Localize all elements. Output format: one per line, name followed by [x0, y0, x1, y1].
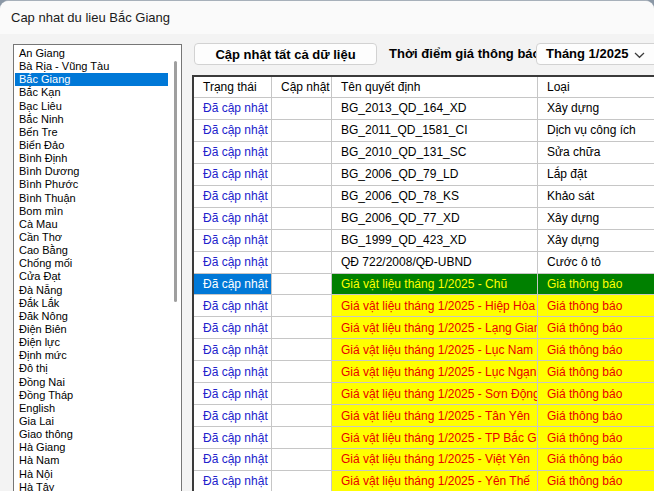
name-cell[interactable]: Giá vật liệu tháng 1/2025 - Tân Yên — [332, 405, 538, 427]
status-cell[interactable]: Đã cập nhật — [194, 383, 272, 405]
name-cell[interactable]: BG_2011_QD_1581_CI — [332, 120, 538, 142]
table-row[interactable]: Đã cập nhậtGiá vật liệu tháng 1/2025 - H… — [194, 295, 654, 317]
status-cell[interactable]: Đã cập nhật — [194, 98, 272, 120]
update-cell[interactable] — [272, 449, 332, 471]
sidebar-item[interactable]: Bạc Liêu — [15, 100, 168, 113]
name-cell[interactable]: QĐ 722/2008/QĐ-UBND — [332, 252, 538, 274]
status-cell[interactable]: Đã cập nhật — [194, 471, 272, 491]
sidebar-item[interactable]: English — [15, 402, 168, 415]
table-row[interactable]: Đã cập nhậtGiá vật liệu tháng 1/2025 - T… — [194, 427, 654, 449]
update-cell[interactable] — [272, 317, 332, 339]
sidebar-item[interactable]: Đồng Nai — [15, 376, 168, 389]
column-header[interactable]: Cập nhật — [272, 77, 332, 98]
type-cell[interactable]: Dịch vụ công ích — [538, 120, 654, 142]
type-cell[interactable]: Xây dựng — [538, 208, 654, 230]
update-cell[interactable] — [272, 405, 332, 427]
sidebar-item[interactable]: Bình Phước — [15, 178, 168, 191]
type-cell[interactable]: Giá thông báo — [538, 317, 654, 339]
table-row[interactable]: Đã cập nhậtGiá vật liệu tháng 1/2025 - S… — [194, 383, 654, 405]
type-cell[interactable]: Khảo sát — [538, 186, 654, 208]
column-header[interactable]: Loại — [538, 77, 654, 98]
price-time-combobox[interactable]: Tháng 1/2025 — [536, 43, 654, 65]
status-cell[interactable]: Đã cập nhật — [194, 449, 272, 471]
status-cell[interactable]: Đã cập nhật — [194, 208, 272, 230]
name-cell[interactable]: Giá vật liệu tháng 1/2025 - Hiệp Hòa — [332, 295, 538, 317]
type-cell[interactable]: Giá thông báo — [538, 295, 654, 317]
status-cell[interactable]: Đã cập nhật — [194, 317, 272, 339]
name-cell[interactable]: Giá vật liệu tháng 1/2025 - Việt Yên — [332, 449, 538, 471]
table-row[interactable]: Đã cập nhậtBG_2010_QD_131_SCSửa chữa — [194, 142, 654, 164]
table-row[interactable]: Đã cập nhậtBG_2011_QD_1581_CIDịch vụ côn… — [194, 120, 654, 142]
type-cell[interactable]: Giá thông báo — [538, 449, 654, 471]
table-row[interactable]: Đã cập nhậtBG_2006_QD_78_KSKhảo sát — [194, 186, 654, 208]
sidebar-item[interactable]: Bà Rịa - Vũng Tàu — [15, 60, 168, 73]
type-cell[interactable]: Lắp đặt — [538, 164, 654, 186]
table-row[interactable]: Đã cập nhậtGiá vật liệu tháng 1/2025 - Y… — [194, 471, 654, 491]
sidebar-item[interactable]: Hà Giang — [15, 441, 168, 454]
table-row[interactable]: Đã cập nhậtBG_2006_QD_79_LDLắp đặt — [194, 164, 654, 186]
sidebar-item[interactable]: Chống mối — [15, 257, 168, 270]
type-cell[interactable]: Giá thông báo — [538, 274, 654, 296]
name-cell[interactable]: BG_2013_QD_164_XD — [332, 98, 538, 120]
update-all-button[interactable]: Cập nhật tất cả dữ liệu — [194, 43, 377, 65]
status-cell[interactable]: Đã cập nhật — [194, 252, 272, 274]
status-cell[interactable]: Đã cập nhật — [194, 186, 272, 208]
update-cell[interactable] — [272, 361, 332, 383]
update-cell[interactable] — [272, 383, 332, 405]
update-cell[interactable] — [272, 339, 332, 361]
update-cell[interactable] — [272, 98, 332, 120]
sidebar-item[interactable]: Bến Tre — [15, 126, 168, 139]
update-cell[interactable] — [272, 230, 332, 252]
update-cell[interactable] — [272, 471, 332, 491]
column-header[interactable]: Trạng thái — [194, 77, 272, 98]
sidebar-item[interactable]: Định mức — [15, 349, 168, 362]
type-cell[interactable]: Giá thông báo — [538, 427, 654, 449]
table-row[interactable]: Đã cập nhậtQĐ 722/2008/QĐ-UBNDCước ô tô — [194, 252, 654, 274]
sidebar-item[interactable]: Bắc Kạn — [15, 86, 168, 99]
sidebar-item[interactable]: Đắk Lắk — [15, 297, 168, 310]
name-cell[interactable]: BG_2006_QD_79_LD — [332, 164, 538, 186]
sidebar-item[interactable]: Bắc Ninh — [15, 113, 168, 126]
sidebar-item[interactable]: Bắc Giang — [15, 73, 168, 86]
sidebar-item[interactable]: Đăk Nông — [15, 310, 168, 323]
update-cell[interactable] — [272, 427, 332, 449]
name-cell[interactable]: Giá vật liệu tháng 1/2025 - Yên Thế — [332, 471, 538, 491]
update-cell[interactable] — [272, 120, 332, 142]
status-cell[interactable]: Đã cập nhật — [194, 274, 272, 296]
type-cell[interactable]: Xây dựng — [538, 98, 654, 120]
table-row[interactable]: Đã cập nhậtGiá vật liệu tháng 1/2025 - V… — [194, 449, 654, 471]
listbox-scrollbar-thumb[interactable] — [174, 61, 177, 302]
status-cell[interactable]: Đã cập nhật — [194, 142, 272, 164]
update-cell[interactable] — [272, 252, 332, 274]
sidebar-item[interactable]: Điện Biên — [15, 323, 168, 336]
sidebar-item[interactable]: Biển Đảo — [15, 139, 168, 152]
name-cell[interactable]: Giá vật liệu tháng 1/2025 - Lục Ngạn — [332, 361, 538, 383]
status-cell[interactable]: Đã cập nhật — [194, 427, 272, 449]
table-row[interactable]: Đã cập nhậtBG_2006_QD_77_XDXây dựng — [194, 208, 654, 230]
update-cell[interactable] — [272, 164, 332, 186]
table-row[interactable]: Đã cập nhậtGiá vật liệu tháng 1/2025 - T… — [194, 405, 654, 427]
column-header[interactable]: Tên quyết định — [332, 77, 538, 98]
status-cell[interactable]: Đã cập nhật — [194, 405, 272, 427]
update-cell[interactable] — [272, 295, 332, 317]
name-cell[interactable]: Giá vật liệu tháng 1/2025 - TP Bắc Giang — [332, 427, 538, 449]
status-cell[interactable]: Đã cập nhật — [194, 164, 272, 186]
sidebar-item[interactable]: Giao thông — [15, 428, 168, 441]
sidebar-item[interactable]: Điện lực — [15, 336, 168, 349]
sidebar-item[interactable]: Hà Tây — [15, 481, 168, 491]
sidebar-item[interactable]: Cà Mau — [15, 218, 168, 231]
name-cell[interactable]: Giá vật liệu tháng 1/2025 - Lạng Giang — [332, 317, 538, 339]
status-cell[interactable]: Đã cập nhật — [194, 361, 272, 383]
update-cell[interactable] — [272, 208, 332, 230]
type-cell[interactable]: Giá thông báo — [538, 339, 654, 361]
sidebar-item[interactable]: Gia Lai — [15, 415, 168, 428]
table-row[interactable]: Đã cập nhậtGiá vật liệu tháng 1/2025 - L… — [194, 317, 654, 339]
type-cell[interactable]: Giá thông báo — [538, 383, 654, 405]
type-cell[interactable]: Xây dựng — [538, 230, 654, 252]
type-cell[interactable]: Giá thông báo — [538, 471, 654, 491]
table-row[interactable]: Đã cập nhậtBG_2013_QD_164_XDXây dựng — [194, 98, 654, 120]
table-row[interactable]: Đã cập nhậtGiá vật liệu tháng 1/2025 - L… — [194, 361, 654, 383]
name-cell[interactable]: BG_1999_QD_423_XD — [332, 230, 538, 252]
sidebar-item[interactable]: Cần Thơ — [15, 231, 168, 244]
name-cell[interactable]: Giá vật liệu tháng 1/2025 - Lục Nam — [332, 339, 538, 361]
